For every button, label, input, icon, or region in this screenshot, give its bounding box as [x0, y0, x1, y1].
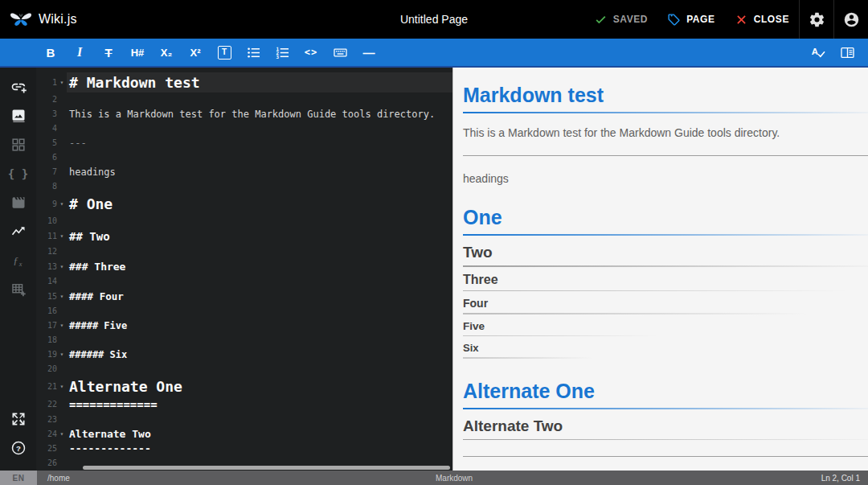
fold-arrow-icon[interactable]: ▾: [57, 347, 67, 362]
editor-line[interactable]: 24▾Alternate Two: [36, 427, 452, 442]
line-number: 22: [36, 397, 57, 413]
editor-line[interactable]: 2: [36, 92, 452, 107]
image-icon: [10, 108, 27, 124]
fold-arrow-icon[interactable]: ▾: [57, 376, 67, 397]
spellcheck-button[interactable]: A: [804, 39, 833, 66]
language-selector[interactable]: EN: [0, 471, 37, 485]
editor-line[interactable]: 19▾###### Six: [36, 347, 452, 362]
svg-text:x: x: [18, 261, 22, 268]
line-number: 20: [36, 362, 57, 376]
close-label: CLOSE: [754, 14, 789, 25]
check-icon: [594, 13, 608, 27]
settings-button[interactable]: [800, 0, 833, 39]
insert-code-block-button[interactable]: { }: [0, 159, 36, 188]
fold-arrow-icon[interactable]: ▾: [57, 194, 67, 214]
keyboard-button[interactable]: [326, 39, 354, 66]
editor-line[interactable]: 8: [36, 179, 452, 194]
insert-table-button[interactable]: [0, 275, 36, 304]
strikethrough-button[interactable]: T: [94, 39, 123, 66]
wikijs-logo[interactable]: Wiki.js: [0, 0, 85, 39]
bullet-list-icon: [246, 45, 261, 60]
editor-line-text: ## Two: [67, 228, 452, 245]
editor-line[interactable]: 16: [36, 304, 452, 319]
subscript-button[interactable]: X₂: [152, 39, 181, 66]
preview-h5: Five: [463, 320, 868, 337]
fold-arrow-icon[interactable]: ▾: [57, 319, 67, 333]
strikethrough-icon: T: [104, 46, 112, 60]
gear-icon: [809, 11, 825, 28]
braces-icon: { }: [8, 167, 28, 180]
line-number: 5: [36, 136, 57, 150]
editor-line[interactable]: 14: [36, 274, 452, 289]
horizontal-rule-button[interactable]: —: [354, 39, 383, 66]
editor-line[interactable]: 18: [36, 333, 452, 347]
saved-status: SAVED: [584, 0, 657, 39]
editor-line[interactable]: 25-------------: [36, 442, 452, 456]
fold-arrow-icon[interactable]: ▾: [57, 289, 67, 304]
line-number: 15: [36, 289, 57, 304]
editor-line[interactable]: 4: [36, 121, 452, 136]
insert-link-button[interactable]: [0, 72, 36, 101]
editor-line[interactable]: 20: [36, 362, 452, 376]
preview-h4: Four: [463, 297, 868, 314]
line-number: 14: [36, 274, 57, 289]
blocks-icon: [10, 137, 27, 153]
help-button[interactable]: ?: [0, 434, 36, 462]
editor-line[interactable]: 21▾Alternate One: [36, 376, 452, 397]
preview-h6: Six: [463, 342, 868, 359]
fold-arrow-icon[interactable]: ▾: [57, 72, 67, 92]
editor-line[interactable]: 6: [36, 150, 452, 165]
insert-diagram-button[interactable]: [0, 217, 36, 246]
textbox-button[interactable]: T: [210, 39, 239, 66]
editor-line[interactable]: 15▾#### Four: [36, 289, 452, 304]
account-button[interactable]: [834, 0, 868, 39]
spellcheck-icon: A: [811, 45, 826, 60]
page-properties-button[interactable]: PAGE: [657, 0, 725, 39]
fold-arrow-icon[interactable]: ▾: [57, 228, 67, 245]
fold-arrow-icon[interactable]: ▾: [57, 427, 67, 442]
close-button[interactable]: CLOSE: [725, 0, 799, 39]
bold-button[interactable]: B: [36, 39, 65, 66]
bullet-list-button[interactable]: [239, 39, 268, 66]
editor-line[interactable]: 5---: [36, 136, 452, 150]
page-label: PAGE: [686, 14, 715, 25]
editor-line[interactable]: 17▾##### Five: [36, 319, 452, 333]
insert-media-button[interactable]: [0, 101, 36, 130]
code-icon: <>: [305, 47, 317, 58]
preview-horizontal-rule: [463, 155, 868, 156]
editor-line[interactable]: 22=============: [36, 397, 452, 413]
editor-line[interactable]: 1▾# Markdown test: [36, 72, 452, 92]
fullscreen-button[interactable]: [0, 405, 36, 434]
heading-button[interactable]: H#: [123, 39, 152, 66]
insert-block-button[interactable]: [0, 130, 36, 159]
editor-line[interactable]: 13▾### Three: [36, 259, 452, 274]
editor-line[interactable]: 3This is a Markdown test for the Markdow…: [36, 107, 452, 121]
editor-line-text: =============: [67, 397, 452, 413]
italic-button[interactable]: I: [65, 39, 94, 66]
heading-icon: H#: [131, 47, 145, 59]
editor-mode-label: Markdown: [436, 474, 473, 483]
code-button[interactable]: <>: [297, 39, 326, 66]
editor-line[interactable]: 9▾# One: [36, 194, 452, 214]
editor-line-text: This is a Markdown test for the Markdown…: [67, 107, 452, 121]
editor-line[interactable]: 10: [36, 214, 452, 228]
editor-pane[interactable]: 1▾# Markdown test23This is a Markdown te…: [36, 68, 452, 471]
insert-video-button[interactable]: [0, 188, 36, 217]
editor-horizontal-scrollbar[interactable]: [83, 466, 450, 470]
tag-icon: [667, 13, 681, 27]
line-number: 25: [36, 442, 57, 456]
video-icon: [10, 195, 27, 211]
editor-line[interactable]: 11▾## Two: [36, 228, 452, 245]
editor-line-text: headings: [67, 165, 452, 179]
ordered-list-button[interactable]: 123: [268, 39, 297, 66]
fold-arrow-icon[interactable]: ▾: [57, 259, 67, 274]
preview-pane[interactable]: Markdown testThis is a Markdown test for…: [452, 68, 868, 471]
editor-line[interactable]: 23: [36, 413, 452, 427]
wikijs-butterfly-icon: [10, 10, 32, 29]
side-by-side-button[interactable]: [833, 39, 862, 66]
superscript-button[interactable]: X²: [181, 39, 210, 66]
insert-math-button[interactable]: ƒx: [0, 246, 36, 275]
editor-line[interactable]: 12: [36, 245, 452, 259]
editor-line-text: Alternate Two: [67, 427, 452, 442]
editor-line[interactable]: 7headings: [36, 165, 452, 179]
